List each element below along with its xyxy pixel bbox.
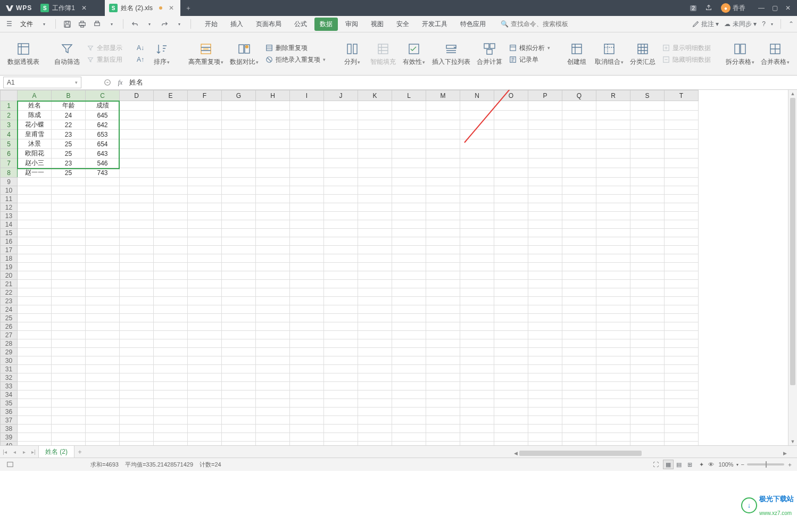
cell[interactable]	[460, 339, 494, 348]
cell[interactable]	[596, 220, 630, 229]
cell[interactable]	[562, 442, 596, 446]
cell[interactable]	[120, 373, 154, 382]
cell[interactable]	[460, 442, 494, 446]
record-entry-button[interactable]: 记录单	[505, 54, 553, 65]
cell[interactable]	[665, 237, 699, 246]
cell[interactable]	[154, 382, 188, 390]
cell[interactable]	[460, 271, 494, 280]
cell[interactable]	[188, 254, 222, 263]
cell[interactable]	[562, 322, 596, 331]
cell[interactable]	[460, 101, 494, 111]
redo-icon[interactable]	[159, 18, 170, 30]
cell[interactable]	[562, 280, 596, 288]
cell[interactable]	[426, 168, 460, 178]
cell[interactable]	[358, 263, 392, 271]
cell[interactable]	[324, 365, 358, 373]
cell[interactable]	[528, 178, 562, 186]
cell[interactable]	[222, 288, 256, 297]
cell[interactable]	[120, 120, 154, 130]
cell[interactable]	[256, 356, 290, 365]
cell[interactable]	[426, 339, 460, 348]
cell[interactable]: 姓名	[18, 101, 52, 111]
cell[interactable]	[222, 263, 256, 271]
cell[interactable]	[392, 348, 426, 356]
cell[interactable]	[494, 178, 528, 186]
cell[interactable]	[460, 356, 494, 365]
cell[interactable]	[596, 373, 630, 382]
cell[interactable]	[358, 331, 392, 339]
cell[interactable]	[630, 408, 665, 416]
cell[interactable]	[188, 149, 222, 159]
cell[interactable]	[120, 101, 154, 111]
cell[interactable]	[52, 212, 86, 220]
cell[interactable]	[630, 399, 665, 408]
cell[interactable]	[392, 339, 426, 348]
sheet-tab[interactable]: 姓名 (2)	[38, 445, 74, 458]
cell[interactable]	[188, 356, 222, 365]
cell[interactable]	[290, 331, 324, 339]
cell[interactable]	[665, 254, 699, 263]
cell[interactable]	[188, 229, 222, 237]
cell[interactable]	[358, 229, 392, 237]
cell[interactable]	[494, 229, 528, 237]
cell[interactable]	[120, 425, 154, 433]
cell[interactable]	[222, 101, 256, 111]
cell[interactable]	[256, 149, 290, 159]
cell[interactable]	[494, 111, 528, 120]
cell[interactable]	[52, 305, 86, 314]
cell[interactable]	[154, 271, 188, 280]
cell[interactable]	[494, 246, 528, 254]
cell[interactable]	[188, 339, 222, 348]
cell[interactable]	[290, 348, 324, 356]
row-header[interactable]: 33	[1, 382, 18, 390]
cell[interactable]	[18, 254, 52, 263]
cell[interactable]	[358, 442, 392, 446]
cell[interactable]	[324, 263, 358, 271]
cell[interactable]	[52, 382, 86, 390]
cell[interactable]	[562, 425, 596, 433]
cell[interactable]	[358, 348, 392, 356]
cell[interactable]	[154, 130, 188, 139]
cell[interactable]	[528, 365, 562, 373]
col-header[interactable]: Q	[562, 90, 596, 101]
cell[interactable]	[562, 416, 596, 425]
cell[interactable]	[86, 433, 120, 442]
cell[interactable]	[324, 120, 358, 130]
cell[interactable]	[256, 263, 290, 271]
cell[interactable]	[222, 168, 256, 178]
cell[interactable]	[528, 408, 562, 416]
cell[interactable]	[562, 288, 596, 297]
cell[interactable]	[18, 280, 52, 288]
cell[interactable]: 年龄	[52, 101, 86, 111]
cell[interactable]	[324, 203, 358, 212]
cell[interactable]	[528, 399, 562, 408]
cell[interactable]	[222, 212, 256, 220]
cell[interactable]	[426, 203, 460, 212]
cell[interactable]	[392, 356, 426, 365]
row-header[interactable]: 36	[1, 408, 18, 416]
cell[interactable]	[460, 288, 494, 297]
cell[interactable]	[52, 408, 86, 416]
what-if-button[interactable]: 模拟分析▾	[505, 42, 553, 54]
cell[interactable]	[392, 195, 426, 203]
cell[interactable]	[460, 254, 494, 263]
cell[interactable]	[562, 373, 596, 382]
cell[interactable]	[562, 139, 596, 149]
cell[interactable]	[665, 195, 699, 203]
cell[interactable]	[256, 416, 290, 425]
cell[interactable]	[86, 237, 120, 246]
cell[interactable]	[426, 101, 460, 111]
cell[interactable]	[256, 280, 290, 288]
row-header[interactable]: 24	[1, 305, 18, 314]
cell[interactable]	[426, 254, 460, 263]
cell[interactable]	[154, 305, 188, 314]
cell[interactable]	[358, 139, 392, 149]
cell[interactable]	[256, 348, 290, 356]
cell[interactable]	[630, 263, 665, 271]
row-header[interactable]: 27	[1, 331, 18, 339]
cell[interactable]	[426, 314, 460, 322]
close-window-button[interactable]: ✕	[785, 4, 791, 12]
cell[interactable]: 成绩	[86, 101, 120, 111]
cell[interactable]	[630, 314, 665, 322]
hide-detail-button[interactable]: 隐藏明细数据	[659, 54, 714, 65]
